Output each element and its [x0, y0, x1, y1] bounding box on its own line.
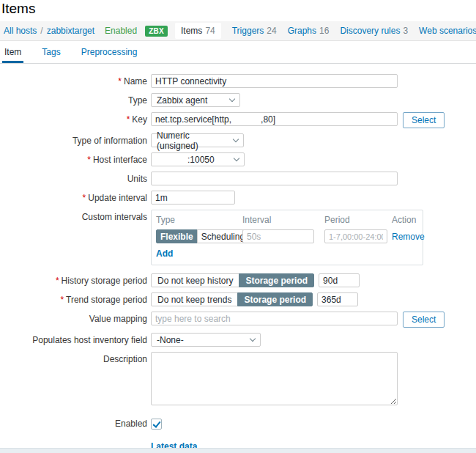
- host-nav-discovery-count: 3: [403, 26, 408, 36]
- item-tabbar: Item Tags Preprocessing: [0, 43, 476, 64]
- required-asterisk: *: [118, 76, 122, 86]
- host-status-badge: Enabled: [105, 26, 137, 36]
- host-nav-item-web-scenarios[interactable]: Web scenarios: [419, 26, 476, 36]
- key-input[interactable]: [151, 112, 398, 126]
- units-label: Units: [0, 172, 151, 184]
- do-not-keep-history-button[interactable]: Do not keep history: [151, 273, 239, 287]
- tab-tags[interactable]: Tags: [40, 43, 62, 63]
- value-mapping-label: Value mapping: [0, 312, 151, 324]
- host-nav-items-count: 74: [205, 26, 215, 36]
- host-nav-items-label: Items: [181, 26, 202, 36]
- column-header-interval: Interval: [242, 215, 324, 225]
- key-select-button[interactable]: Select: [403, 112, 445, 128]
- required-asterisk: *: [60, 295, 64, 305]
- column-header-type: Type: [156, 215, 242, 225]
- footer-strip: [0, 448, 476, 453]
- host-nav-graphs-label: Graphs: [288, 26, 316, 36]
- interval-type-toggle: Flexible Scheduling: [156, 229, 249, 243]
- form-row-name: *Name: [0, 74, 476, 88]
- form-row-value-mapping: Value mapping Select: [0, 312, 476, 328]
- custom-interval-input[interactable]: [242, 229, 314, 243]
- update-interval-input[interactable]: [151, 191, 235, 205]
- update-interval-label: *Update interval: [0, 191, 151, 203]
- inventory-label: Populates host inventory field: [0, 333, 151, 345]
- form-row-type-of-information: Type of information Numeric (unsigned): [0, 133, 476, 147]
- host-interface-value: :10050: [157, 155, 215, 165]
- required-asterisk: *: [83, 193, 86, 203]
- history-storage-period-button[interactable]: Storage period: [239, 273, 314, 287]
- host-nav-graphs-count: 16: [319, 26, 329, 36]
- type-of-information-select[interactable]: Numeric (unsigned): [151, 133, 244, 147]
- trend-storage-label: *Trend storage period: [0, 292, 151, 305]
- host-nav-triggers-label: Triggers: [232, 26, 264, 36]
- do-not-keep-trends-button[interactable]: Do not keep trends: [151, 292, 238, 306]
- type-of-information-value: Numeric (unsigned): [157, 130, 226, 151]
- host-nav-item-triggers[interactable]: Triggers24: [232, 26, 277, 36]
- value-mapping-select-button[interactable]: Select: [403, 312, 445, 328]
- name-input[interactable]: [151, 74, 398, 88]
- form-row-host-interface: *Host interface :10050: [0, 152, 476, 166]
- trend-storage-input[interactable]: [317, 292, 358, 306]
- custom-intervals-label: Custom intervals: [0, 210, 151, 222]
- type-select[interactable]: Zabbix agent: [151, 93, 240, 107]
- chevron-down-icon: [233, 136, 239, 142]
- form-row-custom-intervals: Custom intervals Type Interval Period Ac…: [0, 210, 476, 265]
- custom-intervals-header: Type Interval Period Action: [156, 215, 418, 225]
- remove-interval-link[interactable]: Remove: [392, 232, 425, 242]
- custom-interval-row: Flexible Scheduling Remove: [156, 229, 418, 243]
- trend-storage-toggle: Do not keep trends Storage period: [151, 292, 313, 306]
- inventory-select-value: -None-: [157, 335, 184, 345]
- tab-item[interactable]: Item: [2, 43, 23, 63]
- chevron-down-icon: [234, 155, 239, 161]
- key-label: *Key: [0, 112, 151, 125]
- chevron-down-icon: [229, 96, 235, 102]
- type-of-information-label: Type of information: [0, 133, 151, 146]
- history-storage-input[interactable]: [319, 273, 360, 287]
- host-nav-item-graphs[interactable]: Graphs16: [288, 26, 330, 36]
- description-label: Description: [0, 352, 151, 364]
- form-row-key: *Key Select: [0, 112, 476, 128]
- value-mapping-input[interactable]: [151, 312, 398, 325]
- inventory-select[interactable]: -None-: [151, 333, 261, 347]
- custom-intervals-table: Type Interval Period Action Flexible Sch…: [151, 210, 423, 265]
- form-row-update-interval: *Update interval: [0, 191, 476, 205]
- form-row-type: Type Zabbix agent: [0, 93, 476, 107]
- required-asterisk: *: [56, 276, 59, 286]
- description-textarea[interactable]: [151, 352, 398, 405]
- breadcrumb-all-hosts-link[interactable]: All hosts: [4, 26, 37, 36]
- add-interval-link[interactable]: Add: [156, 248, 173, 259]
- host-nav-item-items[interactable]: Items74: [175, 23, 221, 39]
- tab-preprocessing[interactable]: Preprocessing: [79, 43, 140, 63]
- host-interface-label: *Host interface: [0, 152, 151, 165]
- host-nav-item-discovery-rules[interactable]: Discovery rules3: [340, 26, 408, 36]
- host-nav-discovery-label: Discovery rules: [340, 26, 400, 36]
- flexible-toggle-button[interactable]: Flexible: [156, 229, 198, 243]
- form-row-description: Description: [0, 352, 476, 405]
- host-nav-web-label: Web scenarios: [419, 26, 476, 36]
- page-title: Items: [1, 1, 476, 17]
- type-label: Type: [0, 93, 151, 106]
- enabled-label: Enabled: [0, 417, 151, 429]
- form-row-trend-storage: *Trend storage period Do not keep trends…: [0, 292, 476, 306]
- trend-storage-period-button[interactable]: Storage period: [237, 292, 313, 306]
- history-storage-toggle: Do not keep history Storage period: [151, 273, 314, 287]
- units-input[interactable]: [151, 172, 398, 185]
- breadcrumb-host-link[interactable]: zabbixtarget: [47, 26, 94, 36]
- chevron-down-icon: [250, 336, 256, 342]
- enabled-checkbox[interactable]: [151, 419, 162, 430]
- type-select-value: Zabbix agent: [157, 95, 207, 106]
- form-row-units: Units: [0, 172, 476, 185]
- zbx-agent-badge: ZBX: [145, 26, 168, 37]
- column-header-period: Period: [324, 215, 392, 225]
- column-header-action: Action: [392, 215, 416, 225]
- scheduling-toggle-button[interactable]: Scheduling: [197, 229, 249, 243]
- history-storage-label: *History storage period: [0, 273, 151, 286]
- host-nav-triggers-count: 24: [267, 26, 276, 36]
- host-interface-select[interactable]: :10050: [151, 152, 245, 166]
- form-row-history-storage: *History storage period Do not keep hist…: [0, 273, 476, 287]
- custom-period-input[interactable]: [324, 229, 387, 243]
- breadcrumb-separator: /: [40, 26, 42, 36]
- required-asterisk: *: [87, 155, 91, 165]
- name-label: *Name: [0, 74, 151, 86]
- item-form: *Name Type Zabbix agent *Key Select Type…: [0, 64, 476, 453]
